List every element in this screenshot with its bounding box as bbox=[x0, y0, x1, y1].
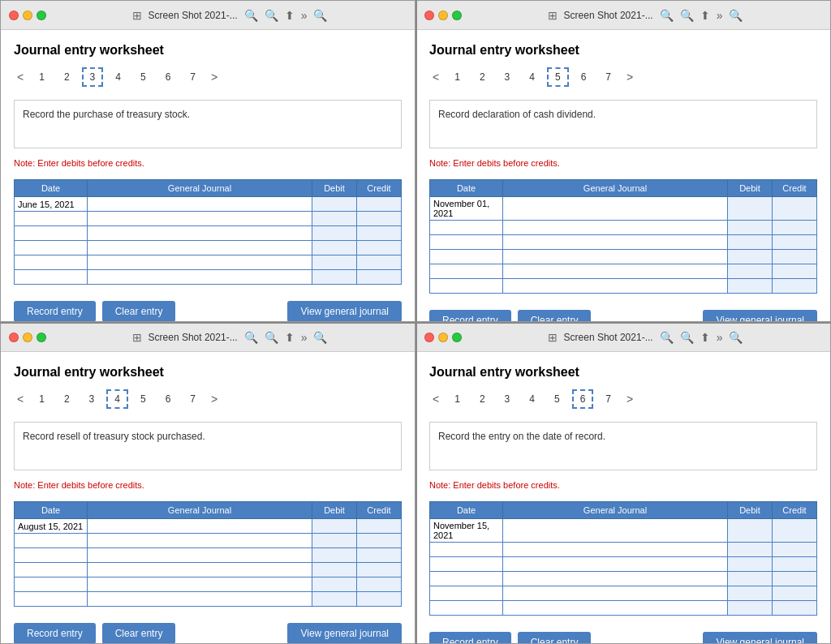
page-5-3[interactable]: 5 bbox=[133, 390, 153, 408]
page-4-2[interactable]: 4 bbox=[522, 68, 542, 86]
debit-cell-3-2[interactable] bbox=[312, 534, 357, 548]
date-cell-4-5[interactable] bbox=[430, 586, 503, 601]
maximize-btn-1[interactable] bbox=[37, 11, 46, 20]
close-btn-3[interactable] bbox=[9, 333, 19, 342]
prev-page-1[interactable]: < bbox=[14, 69, 27, 85]
debit-cell-4-4[interactable] bbox=[728, 572, 773, 586]
credit-cell-3-6[interactable] bbox=[357, 592, 402, 607]
debit-cell-3-5[interactable] bbox=[312, 577, 357, 592]
record-entry-button-4[interactable]: Record entry bbox=[429, 632, 511, 644]
debit-cell-2-2[interactable] bbox=[728, 221, 773, 235]
page-5-2[interactable]: 5 bbox=[547, 67, 569, 87]
credit-cell-4-1[interactable] bbox=[773, 519, 817, 543]
credit-cell-2-6[interactable] bbox=[773, 279, 817, 294]
date-cell-1-6[interactable] bbox=[15, 270, 88, 285]
clear-entry-button-2[interactable]: Clear entry bbox=[518, 310, 592, 322]
page-5-1[interactable]: 5 bbox=[133, 68, 153, 86]
date-cell-2-5[interactable] bbox=[430, 264, 503, 279]
credit-cell-3-3[interactable] bbox=[357, 548, 402, 563]
journal-cell-2-2[interactable] bbox=[503, 221, 728, 235]
credit-cell-1-2[interactable] bbox=[357, 212, 402, 226]
credit-cell-3-5[interactable] bbox=[357, 577, 402, 592]
journal-cell-3-4[interactable] bbox=[88, 563, 312, 577]
share-icon-2[interactable]: ⬆ bbox=[700, 9, 710, 22]
minimize-btn-4[interactable] bbox=[438, 333, 448, 342]
credit-cell-1-4[interactable] bbox=[357, 241, 402, 255]
page-1-2[interactable]: 1 bbox=[447, 68, 467, 86]
page-7-4[interactable]: 7 bbox=[598, 390, 618, 408]
page-7-3[interactable]: 7 bbox=[183, 390, 203, 408]
page-7-2[interactable]: 7 bbox=[598, 68, 618, 86]
prev-page-2[interactable]: < bbox=[429, 69, 442, 85]
page-1-4[interactable]: 1 bbox=[447, 390, 467, 408]
page-3-4[interactable]: 3 bbox=[497, 390, 518, 408]
record-entry-button-1[interactable]: Record entry bbox=[14, 301, 96, 322]
page-6-2[interactable]: 6 bbox=[574, 68, 594, 86]
credit-cell-1-6[interactable] bbox=[357, 270, 402, 285]
journal-cell-3-3[interactable] bbox=[88, 548, 312, 563]
credit-cell-1-5[interactable] bbox=[357, 255, 402, 270]
debit-cell-1-1[interactable] bbox=[312, 197, 357, 212]
credit-cell-4-5[interactable] bbox=[773, 586, 817, 601]
debit-cell-3-6[interactable] bbox=[312, 592, 357, 607]
debit-cell-2-5[interactable] bbox=[728, 264, 773, 279]
debit-cell-4-6[interactable] bbox=[728, 601, 773, 616]
search-icon-1[interactable]: 🔍 bbox=[313, 9, 327, 22]
date-cell-4-1[interactable]: November 15, 2021 bbox=[430, 519, 503, 543]
journal-cell-4-6[interactable] bbox=[503, 601, 728, 616]
view-journal-button-2[interactable]: View general journal bbox=[703, 310, 817, 322]
page-2-4[interactable]: 2 bbox=[472, 390, 493, 408]
journal-cell-1-1[interactable] bbox=[88, 197, 312, 212]
debit-cell-4-3[interactable] bbox=[728, 557, 773, 572]
credit-cell-2-5[interactable] bbox=[773, 264, 817, 279]
page-2-2[interactable]: 2 bbox=[472, 68, 493, 86]
more-icon-4[interactable]: » bbox=[717, 331, 723, 344]
credit-cell-4-3[interactable] bbox=[773, 557, 817, 572]
search-icon-2[interactable]: 🔍 bbox=[729, 9, 743, 22]
credit-cell-2-4[interactable] bbox=[773, 250, 817, 264]
debit-cell-2-1[interactable] bbox=[728, 197, 773, 221]
zoom-out-icon-4[interactable]: 🔍 bbox=[660, 331, 674, 344]
next-page-4[interactable]: > bbox=[623, 391, 636, 407]
date-cell-2-6[interactable] bbox=[430, 279, 503, 294]
share-icon-1[interactable]: ⬆ bbox=[285, 9, 295, 22]
layout-icon-2[interactable]: ⊞ bbox=[548, 9, 558, 22]
journal-cell-2-3[interactable] bbox=[503, 235, 728, 250]
date-cell-2-1[interactable]: November 01, 2021 bbox=[430, 197, 503, 221]
date-cell-4-2[interactable] bbox=[430, 543, 503, 557]
journal-cell-4-1[interactable] bbox=[503, 519, 728, 543]
prev-page-4[interactable]: < bbox=[429, 391, 442, 407]
journal-cell-1-6[interactable] bbox=[88, 270, 312, 285]
date-cell-3-6[interactable] bbox=[15, 592, 88, 607]
journal-cell-2-4[interactable] bbox=[503, 250, 728, 264]
search-icon-4[interactable]: 🔍 bbox=[729, 331, 743, 344]
date-cell-1-4[interactable] bbox=[15, 241, 88, 255]
maximize-btn-3[interactable] bbox=[37, 333, 46, 342]
next-page-1[interactable]: > bbox=[208, 69, 221, 85]
date-cell-3-3[interactable] bbox=[15, 548, 88, 563]
date-cell-4-3[interactable] bbox=[430, 557, 503, 572]
credit-cell-2-2[interactable] bbox=[773, 221, 817, 235]
page-3-2[interactable]: 3 bbox=[497, 68, 518, 86]
debit-cell-4-2[interactable] bbox=[728, 543, 773, 557]
maximize-btn-4[interactable] bbox=[452, 333, 462, 342]
page-6-4[interactable]: 6 bbox=[572, 389, 594, 409]
more-icon-2[interactable]: » bbox=[717, 9, 723, 22]
journal-cell-1-2[interactable] bbox=[88, 212, 312, 226]
page-7-1[interactable]: 7 bbox=[183, 68, 203, 86]
debit-cell-1-5[interactable] bbox=[312, 255, 357, 270]
debit-cell-1-4[interactable] bbox=[312, 241, 357, 255]
page-6-1[interactable]: 6 bbox=[158, 68, 179, 86]
prev-page-3[interactable]: < bbox=[14, 391, 27, 407]
zoom-in-icon-3[interactable]: 🔍 bbox=[265, 331, 278, 344]
credit-cell-4-6[interactable] bbox=[773, 601, 817, 616]
zoom-in-icon-4[interactable]: 🔍 bbox=[680, 331, 694, 344]
close-btn-1[interactable] bbox=[9, 11, 19, 20]
record-entry-button-3[interactable]: Record entry bbox=[14, 623, 96, 644]
view-journal-button-1[interactable]: View general journal bbox=[287, 301, 402, 322]
clear-entry-button-3[interactable]: Clear entry bbox=[102, 623, 176, 644]
date-cell-2-4[interactable] bbox=[430, 250, 503, 264]
layout-icon-1[interactable]: ⊞ bbox=[132, 9, 142, 22]
zoom-out-icon-1[interactable]: 🔍 bbox=[244, 9, 258, 22]
debit-cell-1-6[interactable] bbox=[312, 270, 357, 285]
